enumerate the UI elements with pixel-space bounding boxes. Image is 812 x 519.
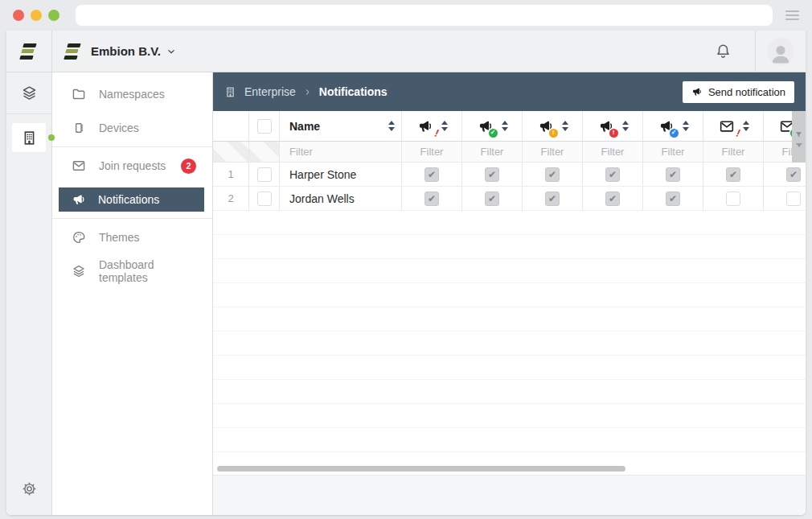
online-status-dot <box>48 134 55 141</box>
row-select-cell <box>249 187 280 210</box>
megaphone-success-icon: ✓ <box>477 118 494 134</box>
setting-checkbox[interactable] <box>605 167 620 182</box>
minimize-window-button[interactable] <box>31 10 42 21</box>
setting-cell <box>523 163 583 186</box>
column-header-name[interactable]: Name <box>280 111 402 141</box>
setting-checkbox[interactable] <box>666 167 680 182</box>
sort-icon[interactable] <box>743 121 749 131</box>
building-icon <box>224 86 236 98</box>
sort-icon[interactable] <box>441 121 448 131</box>
select-all-checkbox[interactable] <box>257 119 272 134</box>
app-window: Embion B.V. <box>6 31 806 515</box>
column-filter-input[interactable]: Filter <box>583 142 643 162</box>
table-row: 1 Harper Stone <box>213 163 806 187</box>
column-header-mail-alert[interactable]: ! <box>703 111 764 141</box>
settings-button[interactable] <box>21 480 38 497</box>
megaphone-error-icon: ! <box>597 118 615 134</box>
setting-checkbox[interactable] <box>485 192 499 206</box>
row-index: 2 <box>213 187 249 210</box>
setting-checkbox[interactable] <box>545 192 560 206</box>
close-window-button[interactable] <box>13 10 24 21</box>
megaphone-alert-icon: ! <box>416 118 434 134</box>
column-header-announcement-warning[interactable]: ! <box>523 111 583 141</box>
column-filter-input[interactable]: Filter <box>523 142 583 162</box>
avatar[interactable] <box>767 38 794 65</box>
setting-checkbox[interactable] <box>485 167 499 182</box>
setting-cell <box>643 163 703 186</box>
column-header-announcement-info[interactable]: ✓ <box>643 111 703 141</box>
column-filter-input[interactable]: Filter <box>703 142 764 162</box>
sidebar-item-label: Devices <box>99 122 139 134</box>
sidebar-item-label: Notifications <box>98 193 159 206</box>
empty-rows-area <box>213 211 806 463</box>
filter-cell-disabled <box>213 142 249 162</box>
setting-cell <box>402 163 462 186</box>
sidebar-item-namespaces[interactable]: Namespaces <box>52 77 212 111</box>
sort-icon[interactable] <box>622 121 629 131</box>
column-filter-input[interactable]: Filter <box>462 142 523 162</box>
setting-cell <box>462 187 523 210</box>
avatar-zone <box>756 38 806 65</box>
name-filter-input[interactable]: Filter <box>280 142 402 162</box>
app-header: Embion B.V. <box>6 31 806 72</box>
setting-checkbox[interactable] <box>424 192 439 206</box>
setting-cell <box>583 163 643 186</box>
rail-item-enterprise-active[interactable] <box>12 123 46 152</box>
breadcrumb-bar: Enterprise Notifications Send notificati… <box>213 72 806 111</box>
sidebar-item-dashboard-templates[interactable]: Dashboard templates <box>52 254 212 288</box>
row-select-checkbox[interactable] <box>257 167 272 182</box>
building-icon <box>21 130 38 146</box>
setting-cell <box>643 187 703 210</box>
chevron-down-icon <box>796 143 802 147</box>
notifications-bell-button[interactable] <box>714 42 732 60</box>
horizontal-scrollbar <box>213 463 806 475</box>
setting-checkbox[interactable] <box>786 192 801 206</box>
gear-icon <box>21 480 38 497</box>
sort-icon[interactable] <box>502 121 508 131</box>
setting-checkbox[interactable] <box>545 167 560 182</box>
footer-strip <box>213 475 806 515</box>
setting-checkbox[interactable] <box>726 167 740 182</box>
table-header-row: Name ! ✓ <box>213 111 806 142</box>
browser-menu-icon[interactable] <box>785 10 799 20</box>
horizontal-scrollbar-thumb[interactable] <box>217 466 625 472</box>
zoom-window-button[interactable] <box>48 10 59 21</box>
embion-logo-icon <box>64 43 83 60</box>
column-menu-strip[interactable] <box>792 111 806 163</box>
window-controls <box>13 10 59 21</box>
sidebar-item-themes[interactable]: Themes <box>52 220 212 254</box>
sidebar-item-label: Themes <box>99 231 140 244</box>
column-header-announcement-success[interactable]: ✓ <box>462 111 523 141</box>
column-filter-input[interactable]: Filter <box>643 142 703 162</box>
column-header-announcement-error[interactable]: ! <box>583 111 643 141</box>
megaphone-icon <box>691 86 703 97</box>
sort-icon[interactable] <box>388 121 395 131</box>
sidebar-item-notifications-selected[interactable]: Notifications <box>59 187 204 212</box>
send-notification-button[interactable]: Send notification <box>683 81 794 103</box>
breadcrumb-root[interactable]: Enterprise <box>244 85 296 98</box>
setting-checkbox[interactable] <box>666 192 680 206</box>
sidebar-item-devices[interactable]: Devices <box>52 111 212 145</box>
filter-row: Filter Filter Filter Filter Filter Filte… <box>213 142 806 163</box>
setting-checkbox[interactable] <box>605 192 620 206</box>
org-switcher[interactable]: Embion B.V. <box>64 43 177 60</box>
sidebar-item-label: Namespaces <box>99 88 165 101</box>
row-select-checkbox[interactable] <box>257 192 272 206</box>
row-index: 1 <box>213 163 249 186</box>
sidebar-item-join-requests[interactable]: Join requests 2 <box>52 149 212 183</box>
envelope-alert-icon: ! <box>718 118 736 134</box>
notifications-table: Name ! ✓ <box>213 111 806 475</box>
url-input[interactable] <box>76 5 773 26</box>
setting-checkbox[interactable] <box>726 192 740 206</box>
layers-icon <box>21 84 38 101</box>
column-header-announcement-alert[interactable]: ! <box>402 111 462 141</box>
setting-checkbox[interactable] <box>424 167 439 182</box>
rail-item-namespaces[interactable] <box>6 72 51 114</box>
column-filter-input[interactable]: Filter <box>402 142 462 162</box>
setting-cell <box>402 187 462 210</box>
megaphone-icon <box>72 192 86 207</box>
sort-icon[interactable] <box>683 121 689 131</box>
setting-checkbox[interactable] <box>786 167 801 182</box>
megaphone-warning-icon: ! <box>537 118 555 134</box>
sort-icon[interactable] <box>562 121 568 131</box>
